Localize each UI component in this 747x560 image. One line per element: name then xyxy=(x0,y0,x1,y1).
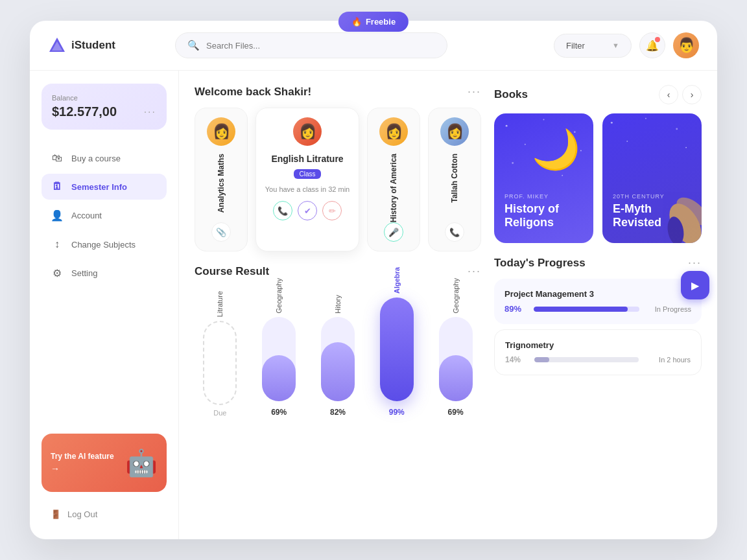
progress-title: Today's Progress xyxy=(494,257,586,270)
header-right: Filter ▼ 🔔 👨 xyxy=(554,32,699,58)
course-badge-english: Class xyxy=(294,169,320,179)
books-nav: ‹ › xyxy=(659,85,702,104)
balance-label: Balance xyxy=(52,94,156,102)
check-icon-btn[interactable]: ✔ xyxy=(298,201,317,220)
pm-status: In Progress xyxy=(646,305,691,313)
sidebar-item-buy-course[interactable]: 🛍 Buy a course xyxy=(42,145,167,171)
progress-card-pm: ▶ Project Management 3 89% In Progress xyxy=(494,279,702,324)
bar-label-geography1: Geography xyxy=(275,278,283,313)
course-desc-english: You have a class in 32 min xyxy=(265,185,350,193)
search-input[interactable] xyxy=(206,41,435,51)
pm-title: Project Management 3 xyxy=(504,289,691,299)
trig-progress-bar-bg xyxy=(534,357,639,362)
bar-algebra xyxy=(380,298,414,401)
bar-value-geography2: 69% xyxy=(448,408,464,417)
bar-item-algebra: Algebra 99% xyxy=(371,267,422,417)
bar-due-litrature: Due xyxy=(213,409,226,417)
svg-point-2 xyxy=(506,125,508,127)
bar-geography1 xyxy=(262,317,296,401)
sidebar-item-setting[interactable]: ⚙ Setting xyxy=(42,260,167,286)
edit-icon-btn[interactable]: ✏ xyxy=(322,201,342,220)
sidebar-item-label: Change Subjects xyxy=(71,240,136,250)
welcome-section: Welcome back Shakir! ··· 👩 Analytics Mat… xyxy=(195,85,481,251)
logo-text: iStudent xyxy=(71,39,115,52)
course-result-options[interactable]: ··· xyxy=(468,264,481,278)
balance-amount: $12.577,00 xyxy=(52,104,117,119)
user-avatar[interactable]: 👨 xyxy=(673,32,699,58)
ai-card[interactable]: Try the AI feature → 🤖 xyxy=(42,434,167,492)
bar-geography2 xyxy=(439,317,473,401)
book-card-religions[interactable]: 🌙 Prof. Mikey History of Religons xyxy=(494,113,593,243)
book-prof-1: Prof. Mikey xyxy=(504,193,583,200)
svg-point-10 xyxy=(645,118,646,119)
freebie-badge: 🔥 Freebie xyxy=(338,12,409,32)
balance-card: Balance $12.577,00 ··· xyxy=(42,84,167,130)
ai-card-text: Try the AI feature xyxy=(51,452,114,461)
bar-item-geography2: Geography 69% xyxy=(430,278,481,417)
welcome-title: Welcome back Shakir! xyxy=(195,86,311,99)
course-name-tallah: Tallah Cotton xyxy=(450,154,459,203)
course-card-tallah[interactable]: 👩 Tallah Cotton 📞 xyxy=(428,108,481,251)
course-avatar-english: 👩 xyxy=(293,117,322,146)
pm-progress-bar-fill xyxy=(534,307,628,312)
course-card-english[interactable]: 👩 English Litrature Class You have a cla… xyxy=(255,108,359,251)
progress-options[interactable]: ··· xyxy=(688,256,702,270)
bar-label-litrature: Litrature xyxy=(216,291,224,317)
bar-label-geography2: Geography xyxy=(452,278,460,313)
sidebar-item-label: Semester Info xyxy=(71,182,127,192)
filter-label: Filter xyxy=(566,41,585,51)
pm-pct: 89% xyxy=(504,304,527,314)
sidebar: Balance $12.577,00 ··· 🛍 Buy a course 🗓 … xyxy=(30,71,179,539)
search-icon: 🔍 xyxy=(187,40,200,51)
course-icons-history: 🎤 xyxy=(384,222,403,242)
course-name-analytics: Analytics Maths xyxy=(217,154,226,213)
course-icons-tallah: 📞 xyxy=(445,222,464,242)
course-result-section: Course Result ··· Litrature Due Geograph… xyxy=(195,264,481,417)
svg-point-7 xyxy=(512,162,514,164)
main-left: Welcome back Shakir! ··· 👩 Analytics Mat… xyxy=(195,85,481,525)
course-card-analytics[interactable]: 👩 Analytics Maths 📎 xyxy=(195,108,248,251)
nav-items: 🛍 Buy a course 🗓 Semester Info 👤 Account… xyxy=(42,145,167,423)
body: Balance $12.577,00 ··· 🛍 Buy a course 🗓 … xyxy=(30,71,717,539)
book-title-1: History of Religons xyxy=(504,202,583,230)
main-content: Welcome back Shakir! ··· 👩 Analytics Mat… xyxy=(179,71,717,539)
progress-card-trig: Trignometry 14% In 2 hours xyxy=(494,329,702,375)
course-card-history[interactable]: 👩 History of America 🎤 xyxy=(367,108,420,251)
bar-history xyxy=(321,317,355,401)
svg-point-3 xyxy=(543,119,545,121)
logout-button[interactable]: 🚪 Log Out xyxy=(42,502,167,526)
welcome-header: Welcome back Shakir! ··· xyxy=(195,85,481,99)
phone2-icon-btn[interactable]: 📞 xyxy=(445,222,464,242)
bar-value-history: 82% xyxy=(330,408,346,417)
trig-title: Trignometry xyxy=(505,340,691,350)
search-bar[interactable]: 🔍 xyxy=(175,32,447,58)
trig-progress-bar-fill xyxy=(534,357,549,362)
bars-row: Litrature Due Geography 69% xyxy=(195,287,481,417)
mic-icon-btn[interactable]: 🎤 xyxy=(384,222,403,242)
leaves-icon xyxy=(653,179,702,243)
welcome-options-button[interactable]: ··· xyxy=(468,85,481,99)
book-card-emyth[interactable]: 20th Century E-Myth Revisted xyxy=(602,113,702,243)
balance-options-button[interactable]: ··· xyxy=(144,106,156,118)
main-right: Books ‹ › xyxy=(494,85,702,525)
sidebar-item-account[interactable]: 👤 Account xyxy=(42,202,167,229)
course-name-history: History of America xyxy=(389,154,398,222)
books-next-button[interactable]: › xyxy=(682,85,702,104)
course-name-english: English Litrature xyxy=(271,154,343,164)
play-button[interactable]: ▶ xyxy=(681,271,709,299)
books-prev-button[interactable]: ‹ xyxy=(659,85,678,104)
course-result-title: Course Result xyxy=(195,265,269,278)
sidebar-item-change-subjects[interactable]: ↕ Change Subjects xyxy=(42,231,167,257)
sidebar-item-semester-info[interactable]: 🗓 Semester Info xyxy=(42,174,167,200)
phone-icon-btn[interactable]: 📞 xyxy=(273,201,292,220)
course-avatar-analytics: 👩 xyxy=(207,117,235,146)
trig-status: In 2 hours xyxy=(645,356,691,364)
moon-icon: 🌙 xyxy=(532,126,580,172)
chevron-down-icon: ▼ xyxy=(612,41,619,49)
books-header: Books ‹ › xyxy=(494,85,702,104)
attachment-icon-btn[interactable]: 📎 xyxy=(211,222,231,242)
filter-button[interactable]: Filter ▼ xyxy=(554,34,632,58)
sidebar-item-label: Setting xyxy=(71,268,97,278)
books-title: Books xyxy=(494,88,528,101)
notification-button[interactable]: 🔔 xyxy=(639,32,665,58)
